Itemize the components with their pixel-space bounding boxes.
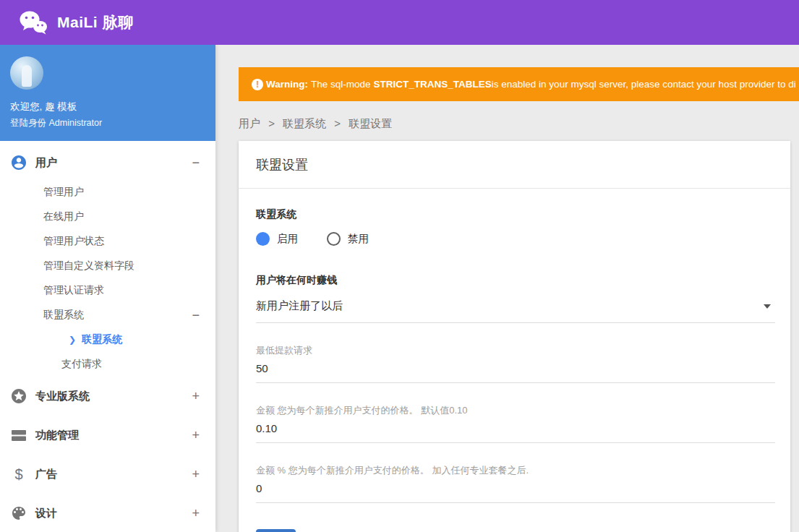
app-header: MaiLi 脉聊 bbox=[0, 0, 799, 45]
card-body: 联盟系统 启用 禁用 用户将在何时赚钱 新用户注册了以后 bbox=[239, 189, 790, 532]
sidebar-item-payment-requests[interactable]: 支付请求 bbox=[0, 352, 215, 377]
sidebar-subitem-label: 管理认证请求 bbox=[43, 284, 104, 297]
amount-block: 金额 您为每个新推介用户支付的价格。 默认值0.10 bbox=[256, 404, 775, 443]
warning-icon: ! bbox=[252, 79, 263, 90]
sidebar-item-feature-management[interactable]: 功能管理 + bbox=[0, 416, 215, 455]
amount-input[interactable] bbox=[256, 417, 775, 443]
user-circle-icon bbox=[10, 154, 27, 171]
caret-down-icon bbox=[764, 304, 771, 309]
wechat-logo-icon bbox=[19, 10, 48, 35]
expand-icon[interactable]: + bbox=[192, 507, 200, 520]
stacked-bars-icon bbox=[10, 426, 27, 444]
sidebar-item-label: 广告 bbox=[35, 468, 57, 481]
radio-enable-label: 启用 bbox=[277, 232, 298, 246]
sidebar-item-ads[interactable]: $ 广告 + bbox=[0, 455, 215, 494]
earn-when-block: 用户将在何时赚钱 新用户注册了以后 bbox=[256, 274, 775, 323]
sidebar-item-user-status[interactable]: 管理用户状态 bbox=[0, 229, 215, 254]
dollar-icon: $ bbox=[10, 466, 27, 483]
breadcrumb-separator: > bbox=[334, 117, 341, 129]
warning-label: Warning: bbox=[266, 79, 308, 90]
page-title: 联盟设置 bbox=[256, 156, 773, 173]
sidebar-item-manage-users[interactable]: 管理用户 bbox=[0, 180, 215, 205]
radio-unselected-icon[interactable] bbox=[327, 232, 341, 246]
palette-icon bbox=[10, 505, 27, 522]
amount-pct-input[interactable] bbox=[256, 477, 775, 503]
app-title: MaiLi 脉聊 bbox=[57, 12, 134, 33]
expand-icon[interactable]: + bbox=[192, 468, 200, 481]
expand-icon[interactable]: + bbox=[192, 390, 200, 403]
breadcrumb-affiliate-system[interactable]: 联盟系统 bbox=[283, 117, 326, 129]
sidebar-subitem-label: 联盟系统 bbox=[82, 333, 122, 346]
save-button[interactable]: 保存 bbox=[256, 529, 296, 532]
radio-disable-label: 禁用 bbox=[348, 232, 369, 246]
chevron-right-icon: ❯ bbox=[69, 335, 76, 345]
earn-when-value: 新用户注册了以后 bbox=[256, 299, 343, 313]
sidebar-item-users[interactable]: 用户 − bbox=[0, 145, 215, 180]
breadcrumb-users[interactable]: 用户 bbox=[239, 117, 260, 129]
warning-text: The sql-mode bbox=[311, 79, 371, 90]
card-header: 联盟设置 bbox=[239, 141, 790, 189]
breadcrumb-separator: > bbox=[268, 117, 275, 129]
sidebar-item-verification-requests[interactable]: 管理认证请求 bbox=[0, 278, 215, 303]
affiliate-settings-card: 联盟设置 联盟系统 启用 禁用 用户将在何时赚钱 bbox=[239, 141, 790, 532]
sidebar-item-label: 设计 bbox=[35, 507, 57, 520]
sidebar: 欢迎您, 趣 模板 登陆身份 Administrator 用户 − 管理用户 在… bbox=[0, 45, 215, 532]
radio-disable[interactable]: 禁用 bbox=[327, 232, 369, 246]
sidebar-item-affiliate-system-active[interactable]: ❯ 联盟系统 bbox=[0, 327, 215, 352]
sidebar-item-label: 用户 bbox=[35, 156, 57, 170]
sidebar-item-label: 功能管理 bbox=[35, 429, 79, 442]
breadcrumb: 用户 > 联盟系统 > 联盟设置 bbox=[239, 117, 799, 131]
radio-enable[interactable]: 启用 bbox=[256, 232, 298, 246]
sidebar-item-affiliate-group[interactable]: 联盟系统 − bbox=[0, 303, 215, 327]
sidebar-item-custom-fields[interactable]: 管理自定义资料字段 bbox=[0, 254, 215, 278]
affiliate-radio-group: 启用 禁用 bbox=[256, 232, 775, 246]
min-withdraw-input[interactable] bbox=[256, 357, 775, 383]
earn-when-label: 用户将在何时赚钱 bbox=[256, 274, 775, 287]
amount-label: 金额 您为每个新推介用户支付的价格。 默认值0.10 bbox=[256, 404, 775, 417]
login-role-text: 登陆身份 Administrator bbox=[10, 117, 205, 129]
min-withdraw-label: 最低提款请求 bbox=[256, 344, 775, 357]
amount-pct-label: 金额 % 您为每个新推介用户支付的价格。 加入任何专业套餐之后. bbox=[256, 464, 775, 477]
affiliate-system-label: 联盟系统 bbox=[256, 208, 775, 221]
radio-selected-icon[interactable] bbox=[256, 232, 270, 246]
sidebar-item-label: 专业版系统 bbox=[35, 390, 90, 403]
earn-when-select[interactable]: 新用户注册了以后 bbox=[256, 299, 775, 323]
star-circle-icon bbox=[10, 387, 27, 405]
amount-pct-block: 金额 % 您为每个新推介用户支付的价格。 加入任何专业套餐之后. bbox=[256, 464, 775, 503]
warning-sql-mode: STRICT_TRANS_TABLES bbox=[374, 79, 492, 90]
breadcrumb-current: 联盟设置 bbox=[349, 117, 392, 129]
sidebar-subitem-label: 支付请求 bbox=[61, 358, 102, 371]
sidebar-subitem-label: 管理用户状态 bbox=[43, 235, 104, 248]
sidebar-menu: 用户 − 管理用户 在线用户 管理用户状态 管理自定义资料字段 管理认证请求 联… bbox=[0, 141, 215, 532]
sidebar-subitem-label: 管理用户 bbox=[43, 186, 84, 199]
expand-icon[interactable]: + bbox=[192, 429, 200, 442]
warning-text: is enabled in your mysql server, please … bbox=[492, 79, 796, 90]
sidebar-item-online-users[interactable]: 在线用户 bbox=[0, 205, 215, 229]
admin-page: MaiLi 脉聊 欢迎您, 趣 模板 登陆身份 Administrator 用户… bbox=[0, 0, 799, 532]
sidebar-subitem-label: 管理自定义资料字段 bbox=[43, 259, 134, 273]
avatar bbox=[10, 56, 43, 90]
sidebar-subitem-label: 在线用户 bbox=[43, 210, 84, 223]
sql-warning-banner: ! Warning: The sql-mode STRICT_TRANS_TAB… bbox=[239, 67, 799, 101]
sidebar-item-design[interactable]: 设计 + bbox=[0, 494, 215, 532]
sidebar-user-panel: 欢迎您, 趣 模板 登陆身份 Administrator bbox=[0, 45, 215, 141]
sidebar-subitem-label: 联盟系统 bbox=[43, 309, 84, 322]
collapse-icon[interactable]: − bbox=[192, 309, 200, 322]
welcome-text: 欢迎您, 趣 模板 bbox=[10, 100, 205, 113]
sidebar-item-pro-system[interactable]: 专业版系统 + bbox=[0, 377, 215, 416]
main-content: ! Warning: The sql-mode STRICT_TRANS_TAB… bbox=[215, 45, 799, 532]
collapse-icon[interactable]: − bbox=[192, 156, 200, 169]
min-withdraw-block: 最低提款请求 bbox=[256, 344, 775, 383]
